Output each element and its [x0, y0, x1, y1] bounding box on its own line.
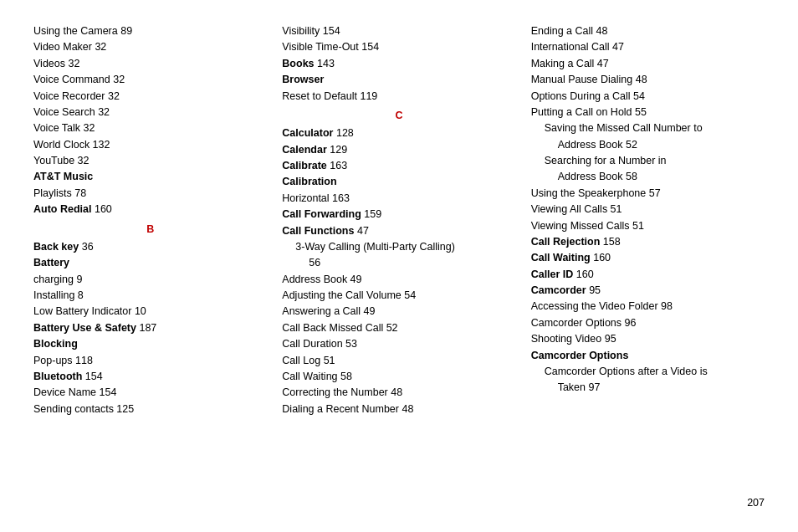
col2-item-callduration: Call Duration 53 [282, 336, 515, 352]
col1-item-batteryuse: Battery Use & Safety 187 [33, 320, 267, 336]
col2-letter-c: C [282, 108, 515, 124]
col1-item-attmusic: AT&T Music [33, 169, 267, 185]
col1-item-charging: charging 9 [33, 272, 267, 288]
col2-item-callbackmissedcall: Call Back Missed Call 52 [282, 320, 515, 336]
col2-item-addressbook: Address Book 49 [282, 272, 515, 288]
col2-item-browser: Browser [282, 72, 515, 88]
column-2: Visibility 154 Visible Time-Out 154 Book… [282, 23, 530, 492]
col2-item-adjustingcallvolume: Adjusting the Call Volume 54 [282, 288, 515, 304]
col3-item-manualpausedialing: Manual Pause Dialing 48 [531, 72, 765, 88]
col3-item-makingacall: Making a Call 47 [531, 56, 765, 72]
col2-item-callforwarding: Call Forwarding 159 [282, 207, 515, 223]
col1-item-autoredial: Auto Redial 160 [33, 202, 267, 217]
col1-item-blocking: Blocking [33, 336, 267, 352]
col1-item-voicetalk: Voice Talk 32 [33, 120, 267, 136]
col2-item-calendar: Calendar 129 [282, 142, 515, 158]
col1-item-devicename: Device Name 154 [33, 385, 267, 401]
col1-item-videomaker: Video Maker 32 [33, 39, 267, 55]
column-1: Using the Camera 89 Video Maker 32 Video… [33, 23, 282, 492]
col2-item-calibration: Calibration [282, 174, 515, 190]
col1-item-camera: Using the Camera 89 [33, 23, 267, 39]
col3-item-optionsduringacall: Options During a Call 54 [531, 89, 765, 105]
col2-item-calllog: Call Log 51 [282, 353, 515, 369]
col3-item-searchingforanumber: Searching for a Number inAddress Book 58 [531, 153, 765, 186]
col2-item-callfunctions: Call Functions 47 [282, 223, 515, 239]
col3-item-camcorderoptions: Camcorder Options 96 [531, 315, 765, 331]
col2-item-visibility: Visibility 154 [282, 23, 515, 39]
page: Using the Camera 89 Video Maker 32 Video… [0, 0, 798, 532]
col1-item-worldclock: World Clock 132 [33, 137, 267, 153]
col2-item-calculator: Calculator 128 [282, 125, 515, 141]
col1-item-lowbattery: Low Battery Indicator 10 [33, 304, 267, 320]
col1-item-voicecommand: Voice Command 32 [33, 72, 267, 88]
col3-item-usingthespeakerphone: Using the Speakerphone 57 [531, 186, 765, 202]
col3-item-savingmissedcall: Saving the Missed Call Number toAddress … [531, 120, 765, 153]
columns-container: Using the Camera 89 Video Maker 32 Video… [33, 23, 765, 492]
col3-item-accessingvideofolder: Accessing the Video Folder 98 [531, 299, 765, 315]
col1-item-playlists: Playlists 78 [33, 186, 267, 202]
col1-item-bluetooth: Bluetooth 154 [33, 369, 267, 385]
col3-item-camcorderoptionsaftervideo: Camcorder Options after a Video isTaken … [531, 364, 765, 396]
col1-letter-b: B [33, 222, 267, 238]
col3-item-internationalcall: International Call 47 [531, 39, 765, 55]
col2-item-correctingthenumber: Correcting the Number 48 [282, 385, 515, 401]
col3-item-viewingallcalls: Viewing All Calls 51 [531, 202, 765, 217]
col1-item-popups: Pop-ups 118 [33, 353, 267, 369]
col1-item-backkey: Back key 36 [33, 239, 267, 255]
col3-item-endingacall: Ending a Call 48 [531, 23, 765, 39]
col1-item-sendingcontacts: Sending contacts 125 [33, 402, 267, 417]
col2-item-horizontal: Horizontal 163 [282, 191, 515, 207]
col1-item-youtube: YouTube 32 [33, 153, 267, 169]
col2-item-visibletimeout: Visible Time-Out 154 [282, 39, 515, 55]
col3-item-callwaiting: Call Waiting 160 [531, 250, 765, 266]
col3-item-camcorder: Camcorder 95 [531, 283, 765, 299]
col1-item-battery: Battery [33, 255, 267, 271]
col2-item-books: Books 143 [282, 56, 515, 72]
col1-item-installing: Installing 8 [33, 288, 267, 304]
page-number: 207 [33, 497, 765, 509]
col2-item-dialingarecentnumber: Dialing a Recent Number 48 [282, 402, 515, 417]
col2-item-answeringacall: Answering a Call 49 [282, 304, 515, 320]
col3-item-callrejection: Call Rejection 158 [531, 234, 765, 250]
col3-item-puttingacallonhold: Putting a Call on Hold 55 [531, 105, 765, 120]
col1-item-voicerecorder: Voice Recorder 32 [33, 89, 267, 105]
col2-item-callwaiting: Call Waiting 58 [282, 369, 515, 385]
col2-item-calibrate: Calibrate 163 [282, 158, 515, 174]
col3-item-callerid: Caller ID 160 [531, 267, 765, 283]
col3-item-viewingmissedcalls: Viewing Missed Calls 51 [531, 218, 765, 234]
col2-item-3way: 3-Way Calling (Multi-Party Calling)56 [282, 239, 515, 272]
col2-item-resettodefault: Reset to Default 119 [282, 89, 515, 105]
col3-item-shootingvideo: Shooting Video 95 [531, 331, 765, 347]
col3-item-camcorderoptions-header: Camcorder Options [531, 348, 765, 364]
column-3: Ending a Call 48 International Call 47 M… [531, 23, 765, 492]
col1-item-videos: Videos 32 [33, 56, 267, 72]
col1-item-voicesearch: Voice Search 32 [33, 105, 267, 120]
